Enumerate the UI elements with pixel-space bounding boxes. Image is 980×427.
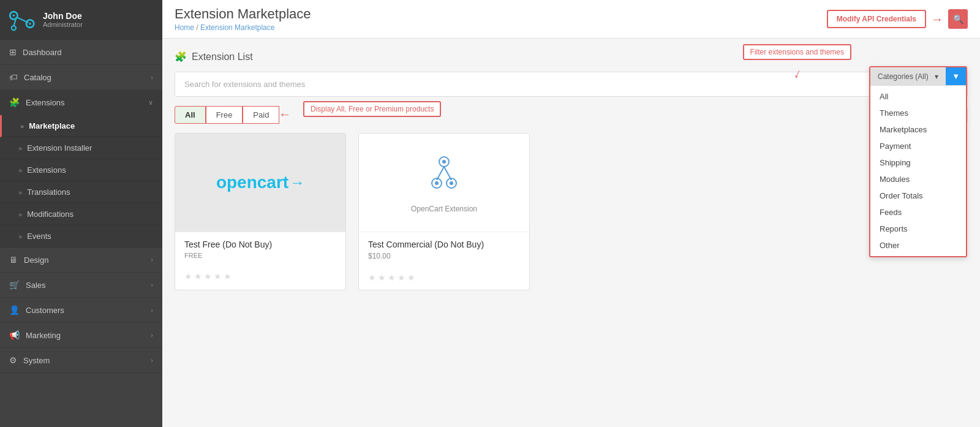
category-item-modules[interactable]: Modules (870, 171, 966, 187)
catalog-icon: 🏷 (9, 72, 18, 82)
filter-icon: ▼ (952, 72, 960, 81)
sidebar-item-label: Marketplace (29, 121, 75, 130)
product-info-1: Test Free (Do Not Buy) FREE (175, 232, 345, 266)
sidebar: John Doe Administrator ⊞ Dashboard 🏷 Cat… (0, 0, 162, 427)
price-annotation: Display All, Free or Premium products (303, 101, 441, 117)
category-item-themes[interactable]: Themes (870, 105, 966, 121)
chevron-right-icon: » (20, 123, 24, 130)
svg-point-12 (435, 181, 439, 185)
chevron-down-icon: ∨ (148, 99, 153, 107)
sidebar-item-sales[interactable]: 🛒 Sales › (0, 273, 162, 298)
chevron-right-icon: › (151, 331, 153, 339)
svg-point-1 (13, 15, 15, 17)
product-price-2: $10.00 (368, 252, 520, 260)
product-name-2: Test Commercial (Do Not Buy) (368, 240, 520, 249)
sidebar-item-system[interactable]: ⚙ System › (0, 348, 162, 373)
sidebar-item-catalog[interactable]: 🏷 Catalog › (0, 65, 162, 90)
sidebar-item-extension-installer[interactable]: » Extension Installer (0, 137, 162, 159)
chevron-right-icon: › (151, 306, 153, 314)
price-sort-row: All Free Paid ← Display All, Free or Pre… (175, 106, 968, 124)
topbar: Extension Marketplace Home / Extension M… (162, 0, 980, 39)
price-filter-free[interactable]: Free (206, 106, 243, 124)
sidebar-item-marketplace[interactable]: » Marketplace (0, 115, 162, 137)
categories-dropdown-header: Categories (All) ▾ ▼ (870, 67, 966, 86)
chevron-right-icon: › (151, 281, 153, 289)
product-card-1[interactable]: opencart → Test Free (Do Not Buy) FREE ★… (175, 133, 346, 290)
price-filter-paid[interactable]: Paid (243, 106, 279, 124)
marketing-icon: 📢 (9, 330, 20, 340)
category-item-marketplaces[interactable]: Marketplaces (870, 121, 966, 138)
categories-button[interactable]: Categories (All) ▾ (870, 68, 946, 85)
content-area: 🧩 Extension List Filter extensions and t… (162, 39, 980, 427)
sidebar-item-extensions[interactable]: 🧩 Extensions ∨ (0, 90, 162, 115)
svg-point-8 (442, 160, 446, 164)
sidebar-item-label: Extensions (27, 165, 66, 175)
filter-area: Filter extensions and themes ↓ Categorie… (175, 72, 968, 97)
page-title: Extension Marketplace (175, 6, 311, 22)
sidebar-user-header: John Doe Administrator (0, 0, 162, 40)
categories-label: Categories (All) (878, 72, 929, 81)
product-name-1: Test Free (Do Not Buy) (184, 240, 336, 249)
star-icon: ★ (407, 273, 415, 282)
sidebar-item-label: Modifications (27, 210, 74, 219)
sidebar-item-label: Dashboard (23, 48, 62, 57)
sidebar-item-marketing[interactable]: 📢 Marketing › (0, 323, 162, 348)
breadcrumb-home[interactable]: Home (175, 23, 194, 32)
product-image-2: OpenCart Extension (359, 134, 529, 232)
categories-dropdown: Categories (All) ▾ ▼ All Themes Marketpl… (869, 66, 967, 257)
star-icon: ★ (194, 271, 202, 281)
category-item-reports[interactable]: Reports (870, 221, 966, 237)
filter-search-input[interactable] (184, 80, 958, 89)
svg-point-14 (450, 181, 453, 185)
category-item-all[interactable]: All (870, 88, 966, 105)
category-item-order-totals[interactable]: Order Totals (870, 187, 966, 204)
sidebar-item-label: Customers (26, 306, 64, 315)
chevron-right-icon: › (151, 74, 153, 81)
sidebar-item-label: Catalog (24, 73, 51, 82)
sidebar-user-role: Administrator (43, 21, 83, 28)
star-icon: ★ (214, 271, 222, 281)
product-card-2[interactable]: OpenCart Extension Test Commercial (Do N… (358, 133, 530, 290)
topbar-left: Extension Marketplace Home / Extension M… (175, 6, 311, 32)
chevron-down-icon: ▾ (935, 72, 938, 81)
chevron-right-icon: › (151, 256, 153, 263)
product-price-1: FREE (184, 252, 336, 259)
sidebar-item-label: Extensions (26, 98, 65, 107)
sidebar-item-events[interactable]: » Events (0, 225, 162, 248)
topbar-right: Modify API Credentials → 🔍 (827, 9, 968, 29)
search-icon: 🔍 (953, 14, 963, 24)
star-icon: ★ (224, 271, 232, 281)
opencart-logo: opencart → (216, 173, 304, 192)
opencart-logo-sidebar (9, 7, 37, 32)
search-top-button[interactable]: 🔍 (948, 9, 968, 29)
chevron-right-icon: » (18, 167, 22, 174)
chevron-right-icon: » (18, 233, 22, 240)
star-icon: ★ (398, 273, 405, 282)
sidebar-username: John Doe (43, 11, 83, 21)
sidebar-item-design[interactable]: 🖥 Design › (0, 248, 162, 273)
sidebar-item-extensions-sub[interactable]: » Extensions (0, 159, 162, 181)
extensions-icon: 🧩 (9, 97, 20, 107)
category-item-shipping[interactable]: Shipping (870, 154, 966, 171)
sidebar-item-modifications[interactable]: » Modifications (0, 203, 162, 225)
star-icon: ★ (368, 273, 376, 282)
price-annotation-arrow: ← (279, 107, 291, 121)
sidebar-item-dashboard[interactable]: ⊞ Dashboard (0, 40, 162, 65)
categories-filter-icon-button[interactable]: ▼ (946, 67, 966, 85)
sidebar-item-label: Sales (26, 281, 46, 290)
sidebar-item-customers[interactable]: 👤 Customers › (0, 298, 162, 323)
breadcrumb-current[interactable]: Extension Marketplace (200, 23, 274, 32)
modify-api-button[interactable]: Modify API Credentials (827, 10, 926, 28)
product-rating-1: ★ ★ ★ ★ ★ (175, 266, 345, 289)
sidebar-item-label: Marketing (26, 331, 61, 340)
category-item-feeds[interactable]: Feeds (870, 204, 966, 221)
sidebar-item-translations[interactable]: » Translations (0, 181, 162, 203)
chevron-right-icon: › (151, 357, 153, 364)
filter-annotation: Filter extensions and themes (743, 44, 851, 60)
sales-icon: 🛒 (9, 280, 20, 290)
price-filter-all[interactable]: All (175, 106, 206, 124)
category-item-payment[interactable]: Payment (870, 138, 966, 154)
products-grid: opencart → Test Free (Do Not Buy) FREE ★… (175, 133, 968, 290)
category-item-other[interactable]: Other (870, 237, 966, 254)
product-type-label: OpenCart Extension (411, 205, 477, 213)
